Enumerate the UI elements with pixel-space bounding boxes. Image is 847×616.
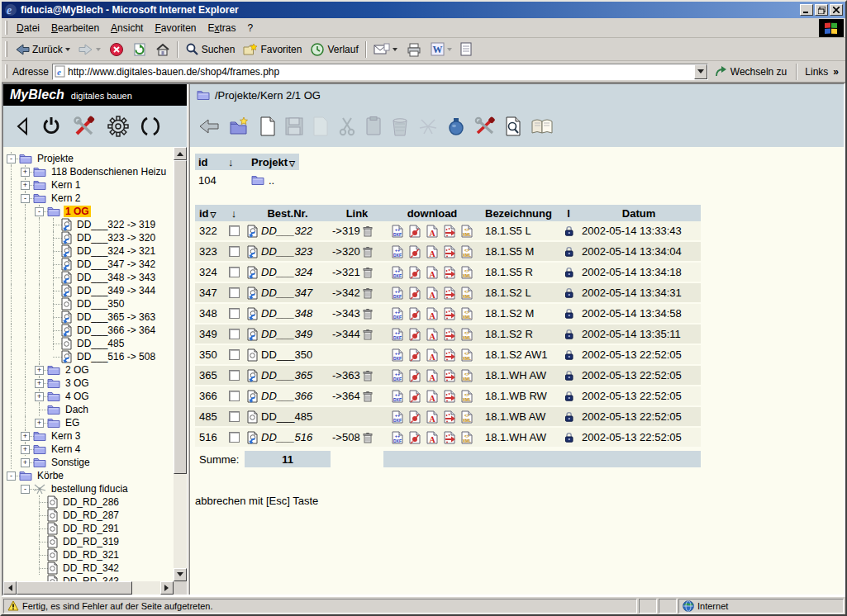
tree-item[interactable]: DD___323 -> 320 (3, 231, 174, 244)
tree-item-label[interactable]: DD___485 (75, 338, 126, 349)
download-cad-icon[interactable] (408, 266, 421, 279)
download-export-icon[interactable] (443, 307, 456, 320)
toolbar-grip[interactable] (5, 64, 7, 79)
download-export-icon[interactable] (443, 287, 456, 300)
paste-button[interactable] (365, 116, 382, 136)
delete-link-trash-icon[interactable] (363, 246, 373, 258)
restore-button[interactable] (815, 4, 828, 16)
tree-item-label[interactable]: DD___348 -> 343 (75, 272, 157, 283)
col-id[interactable]: id (195, 156, 225, 168)
download-export-icon[interactable] (443, 328, 456, 341)
download-pdf-icon[interactable]: A (426, 307, 439, 320)
tree-item-label[interactable]: DD___323 -> 320 (75, 232, 157, 244)
tree-item-label[interactable]: Kern 2 (50, 192, 82, 204)
tree-collapse-toggle[interactable]: - (7, 154, 16, 163)
tree-item-label[interactable]: 3 OG (64, 377, 91, 389)
tree-item[interactable]: -Körbe (3, 469, 174, 482)
settings-gear-button[interactable] (107, 116, 129, 137)
tree-item-label[interactable]: Sonstige (50, 457, 92, 468)
tree-item[interactable]: DD_RD_321 (3, 548, 174, 562)
search-button[interactable]: Suchen (181, 40, 240, 59)
download-dxf-icon[interactable]: ++DXF (391, 266, 404, 279)
tree-item-label[interactable]: Kern 3 (50, 430, 82, 442)
history-button[interactable]: Verlauf (306, 40, 362, 59)
tree-item-label[interactable]: DD_RD_321 (61, 549, 121, 561)
tree-item[interactable]: +Kern 1 (3, 178, 174, 192)
tree-expand-toggle[interactable]: + (35, 419, 44, 428)
tree-item-label[interactable]: bestellung fiducia (50, 483, 130, 495)
tree-item[interactable]: -Projekte (3, 152, 174, 165)
nav-back-arrow-button[interactable] (198, 116, 220, 136)
scroll-thumb[interactable] (17, 581, 132, 595)
document-link-icon[interactable] (247, 245, 258, 258)
row-checkbox[interactable] (229, 370, 240, 381)
search-document-button[interactable] (505, 116, 521, 136)
title-bar[interactable]: e fiducia@MyBlech - Microsoft Internet E… (2, 2, 845, 18)
bestnr-label[interactable]: DD___348 (261, 307, 312, 320)
bestnr-label[interactable]: DD___347 (261, 287, 312, 299)
go-button[interactable]: Wechseln zu (708, 66, 793, 78)
document-link-icon[interactable] (247, 307, 258, 320)
download-export-icon[interactable] (443, 245, 456, 258)
tree-expand-toggle[interactable]: + (21, 445, 30, 454)
folder-icon[interactable] (251, 174, 264, 186)
tree-item-label[interactable]: 118 Bodenschienen Heizu (50, 166, 168, 178)
tree-item-label[interactable]: DD_RD_342 (61, 562, 121, 574)
document-link-icon[interactable] (247, 390, 258, 403)
tree-expand-toggle[interactable]: + (21, 458, 30, 467)
sort-arrow-icon[interactable]: ↓ (225, 156, 248, 168)
tree-item-label[interactable]: DD___365 -> 363 (75, 311, 157, 323)
download-xml-icon[interactable]: <>XML (460, 431, 473, 444)
download-cad-icon[interactable] (408, 287, 421, 300)
scroll-left-button[interactable] (3, 581, 17, 595)
menu-item-ansicht[interactable]: Ansicht (105, 20, 149, 36)
tree-item[interactable]: DD_RD_342 (3, 562, 174, 575)
download-xml-icon[interactable]: <>XML (460, 287, 473, 300)
download-pdf-icon[interactable]: A (426, 328, 439, 341)
tree-item-label[interactable]: DD___366 -> 364 (75, 325, 157, 336)
tree-expand-toggle[interactable]: + (21, 181, 30, 190)
download-cad-icon[interactable] (408, 348, 421, 362)
download-pdf-icon[interactable]: A (426, 245, 439, 258)
download-dxf-icon[interactable]: ++DXF (391, 390, 404, 403)
tree-item-label[interactable]: Projekte (36, 153, 75, 164)
download-cad-icon[interactable] (408, 369, 421, 382)
tree-item[interactable]: Dach (3, 403, 174, 416)
menu-item-bearbeiten[interactable]: Bearbeiten (45, 20, 105, 36)
download-cad-icon[interactable] (408, 390, 421, 403)
delete-link-trash-icon[interactable] (363, 329, 373, 340)
tree-item-label[interactable]: DD___516 -> 508 (75, 351, 157, 362)
scroll-thumb[interactable] (174, 160, 187, 474)
download-xml-icon[interactable]: <>XML (460, 225, 473, 238)
download-xml-icon[interactable]: <>XML (460, 245, 473, 258)
bestnr-label[interactable]: DD___323 (261, 245, 312, 258)
minimize-button[interactable] (800, 4, 813, 16)
delete-link-trash-icon[interactable] (363, 432, 373, 443)
delete-link-trash-icon[interactable] (363, 370, 373, 381)
download-xml-icon[interactable]: <>XML (460, 307, 473, 320)
tree-expand-toggle[interactable]: + (35, 392, 44, 401)
nav-back-button[interactable] (15, 116, 30, 137)
tree-item[interactable]: DD___350 (3, 297, 174, 310)
delete-link-trash-icon[interactable] (363, 391, 373, 402)
power-logout-button[interactable] (41, 116, 61, 137)
tree-item-label[interactable]: DD_RD_319 (61, 536, 121, 547)
tree-item[interactable]: +118 Bodenschienen Heizu (3, 165, 174, 178)
new-folder-button[interactable] (229, 116, 250, 136)
download-dxf-icon[interactable]: ++DXF (391, 369, 404, 382)
lock-icon[interactable] (564, 246, 573, 257)
tools-button[interactable] (73, 116, 96, 137)
tree-item[interactable]: +Sonstige (3, 456, 174, 469)
download-dxf-icon[interactable]: ++DXF (391, 225, 404, 238)
tree-item[interactable]: DD___349 -> 344 (3, 284, 174, 297)
row-checkbox[interactable] (229, 246, 240, 257)
download-pdf-icon[interactable]: A (426, 287, 439, 300)
download-export-icon[interactable] (443, 431, 456, 444)
download-dxf-icon[interactable]: ++DXF (391, 328, 404, 341)
tree-item[interactable]: DD___516 -> 508 (3, 350, 174, 363)
document-link-icon[interactable] (247, 328, 258, 341)
lock-icon[interactable] (564, 411, 573, 422)
tree-item-label[interactable]: DD_RD_286 (61, 496, 121, 508)
cut-button[interactable] (338, 116, 356, 136)
download-pdf-icon[interactable]: A (426, 390, 439, 403)
